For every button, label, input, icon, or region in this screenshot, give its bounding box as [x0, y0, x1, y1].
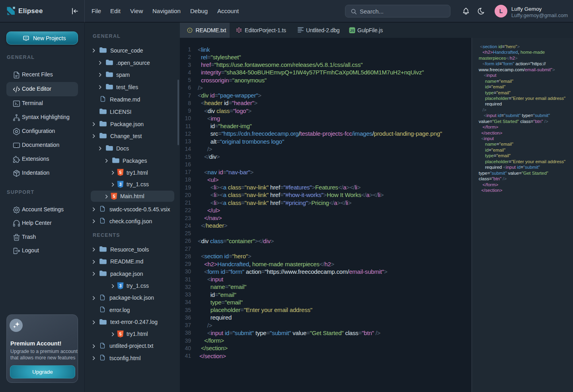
svg-text:5: 5 — [119, 331, 122, 336]
svg-text:JS: JS — [350, 29, 355, 33]
svg-text:3: 3 — [119, 181, 122, 186]
svg-text:5: 5 — [119, 170, 122, 175]
svg-text:3: 3 — [119, 283, 122, 288]
svg-text:5: 5 — [113, 193, 115, 198]
